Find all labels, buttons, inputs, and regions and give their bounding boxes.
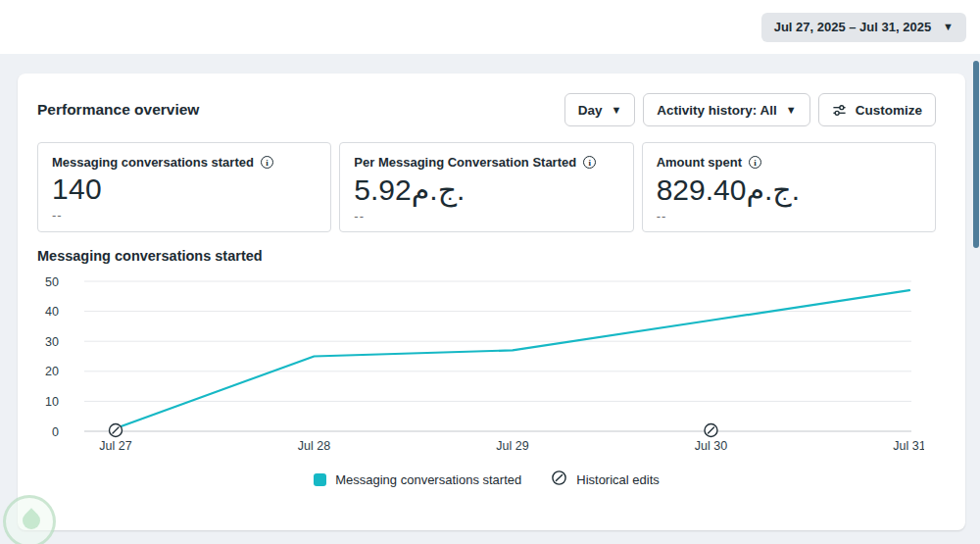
info-icon[interactable]: i — [261, 156, 273, 169]
legend-item-series: Messaging conversations started — [314, 472, 521, 487]
legend-item-historical-edits: Historical edits — [551, 470, 660, 489]
customize-button[interactable]: Customize — [818, 93, 936, 126]
x-axis-tick-label: Jul 28 — [298, 439, 330, 453]
sliders-icon — [832, 103, 847, 118]
customize-label: Customize — [856, 103, 922, 118]
x-axis-tick-label: Jul 31 — [893, 439, 924, 453]
chart-controls: Day ▼ Activity history: All ▼ — [564, 93, 936, 126]
y-axis-tick-label: 40 — [45, 305, 59, 319]
info-icon[interactable]: i — [583, 156, 596, 169]
metric-cards-row: Messaging conversations started i 140 --… — [37, 142, 936, 232]
historical-edit-marker[interactable] — [705, 424, 717, 437]
chevron-down-icon: ▼ — [786, 105, 797, 116]
legend-historical-label: Historical edits — [576, 472, 660, 487]
line-chart-container[interactable]: 01020304050Jul 27Jul 28Jul 29Jul 30Jul 3… — [37, 268, 936, 460]
metric-card-cost-per-conversation: Per Messaging Conversation Started i 5.9… — [339, 142, 633, 232]
legend-series-label: Messaging conversations started — [335, 472, 521, 487]
metric-secondary-value: -- — [52, 208, 317, 223]
metric-secondary-value: -- — [657, 209, 921, 223]
x-axis-tick-label: Jul 30 — [695, 439, 727, 453]
x-axis-tick-label: Jul 27 — [99, 439, 131, 453]
historical-edits-icon — [551, 470, 567, 489]
chart-title: Messaging conversations started — [37, 248, 936, 264]
activity-history-label: Activity history: All — [657, 103, 777, 118]
y-axis-tick-label: 0 — [52, 425, 59, 439]
metric-label: Per Messaging Conversation Started — [354, 155, 576, 170]
legend-series-swatch — [314, 473, 326, 486]
y-axis-tick-label: 10 — [45, 395, 59, 409]
chevron-down-icon: ▼ — [943, 22, 954, 32]
metric-value: 140 — [52, 173, 317, 206]
metric-value: 829.40ج.م. — [657, 173, 921, 207]
performance-overview-card: Performance overview Day ▼ Activity hist… — [18, 74, 965, 530]
page-title: Performance overview — [37, 101, 199, 119]
metric-value: 5.92ج.م. — [354, 173, 618, 207]
y-axis-tick-label: 50 — [45, 275, 59, 289]
info-icon[interactable]: i — [749, 156, 761, 169]
messaging-conversations-chart[interactable]: 01020304050Jul 27Jul 28Jul 29Jul 30Jul 3… — [37, 268, 924, 456]
day-dropdown-label: Day — [578, 103, 603, 118]
y-axis-tick-label: 30 — [45, 335, 59, 349]
historical-edit-marker[interactable] — [110, 424, 122, 437]
scrollbar-thumb[interactable] — [973, 61, 979, 248]
date-range-selector[interactable]: Jul 27, 2025 – Jul 31, 2025 ▼ — [761, 13, 966, 42]
metric-label: Amount spent — [657, 155, 742, 170]
topbar: Jul 27, 2025 – Jul 31, 2025 ▼ — [0, 0, 980, 54]
date-range-label: Jul 27, 2025 – Jul 31, 2025 — [774, 20, 931, 34]
page-background: Performance overview Day ▼ Activity hist… — [0, 54, 980, 544]
ads-performance-page: Jul 27, 2025 – Jul 31, 2025 ▼ Performanc… — [0, 0, 980, 544]
metric-secondary-value: -- — [354, 209, 618, 223]
day-dropdown[interactable]: Day ▼ — [564, 93, 636, 126]
metric-label: Messaging conversations started — [52, 155, 254, 170]
chart-legend: Messaging conversations started Historic… — [37, 470, 936, 489]
activity-history-dropdown[interactable]: Activity history: All ▼ — [643, 93, 809, 126]
metric-card-amount-spent: Amount spent i 829.40ج.م. -- — [642, 142, 936, 232]
y-axis-tick-label: 20 — [45, 365, 59, 378]
chevron-down-icon: ▼ — [611, 105, 621, 116]
card-header: Performance overview Day ▼ Activity hist… — [37, 93, 936, 126]
x-axis-tick-label: Jul 29 — [496, 439, 528, 453]
metric-card-conversations: Messaging conversations started i 140 -- — [37, 142, 331, 232]
